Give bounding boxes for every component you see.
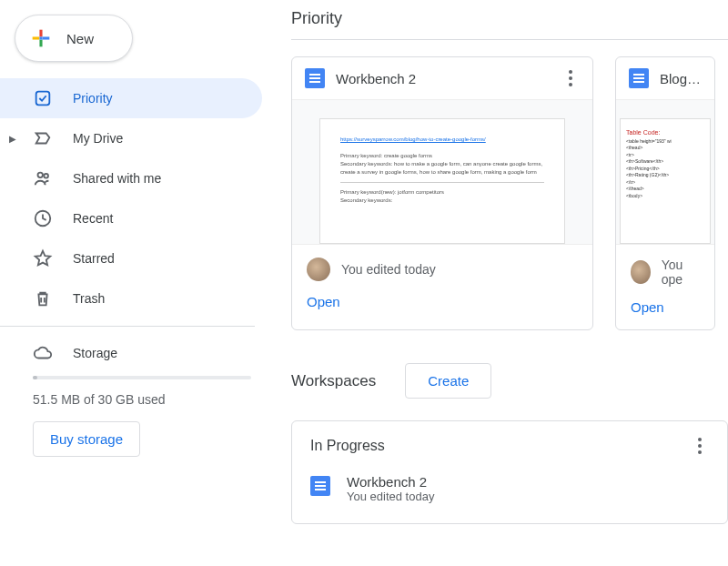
workspace-item-subtitle: You edited today <box>347 490 434 503</box>
avatar <box>631 260 651 284</box>
workspace-item[interactable]: Workbench 2 You edited today <box>310 470 709 507</box>
sidebar: New Priority ▶ My Drive Shared with me <box>0 0 273 566</box>
priority-icon <box>33 88 53 108</box>
svg-rect-4 <box>39 36 42 39</box>
workspaces-title: Workspaces <box>291 372 376 390</box>
storage-bar-fill <box>33 376 37 379</box>
card-title: Blog Op <box>660 71 702 86</box>
card-title: Workbench 2 <box>336 71 551 86</box>
card-header: Workbench 2 <box>292 57 592 99</box>
new-button[interactable]: New <box>15 15 133 62</box>
workspace-card[interactable]: In Progress Workbench 2 You edited today <box>291 420 728 524</box>
more-icon[interactable] <box>691 438 709 454</box>
docs-icon <box>310 476 330 496</box>
plus-icon <box>28 25 54 51</box>
avatar <box>307 258 330 281</box>
svg-rect-0 <box>39 30 42 37</box>
workspace-item-text: Workbench 2 You edited today <box>347 474 434 503</box>
trash-icon <box>33 288 53 308</box>
more-icon[interactable] <box>561 70 580 86</box>
card-status-text: You edited today <box>341 262 436 277</box>
svg-point-7 <box>44 174 48 178</box>
sidebar-nav: Priority ▶ My Drive Shared with me Recen… <box>0 78 273 318</box>
sidebar-item-starred[interactable]: Starred <box>0 238 262 278</box>
open-button[interactable]: Open <box>292 294 592 324</box>
workspace-card-header: In Progress <box>310 438 709 454</box>
sidebar-item-priority[interactable]: Priority <box>0 78 262 118</box>
card-header: Blog Op <box>616 57 714 99</box>
workspaces-header: Workspaces Create <box>291 363 728 399</box>
card-status-row: You edited today <box>292 245 592 294</box>
sidebar-item-label: My Drive <box>73 131 123 146</box>
storage-label: Storage <box>73 346 117 360</box>
new-button-label: New <box>66 31 94 46</box>
svg-rect-3 <box>33 36 40 39</box>
clock-icon <box>33 208 53 228</box>
sidebar-item-label: Trash <box>73 291 105 306</box>
sidebar-item-my-drive[interactable]: ▶ My Drive <box>0 118 262 158</box>
sidebar-item-label: Starred <box>73 251 115 266</box>
star-icon <box>33 248 53 268</box>
sidebar-item-shared[interactable]: Shared with me <box>0 158 262 198</box>
page-title: Priority <box>291 0 728 39</box>
workspace-item-title: Workbench 2 <box>347 474 434 490</box>
priority-card[interactable]: Workbench 2 https://surveysparrow.com/bl… <box>291 56 593 330</box>
docs-icon <box>629 68 649 88</box>
sidebar-item-label: Priority <box>73 91 113 106</box>
svg-point-6 <box>38 173 44 178</box>
svg-rect-1 <box>43 36 50 39</box>
sidebar-item-label: Recent <box>73 211 113 226</box>
divider <box>0 326 255 327</box>
cloud-icon <box>33 343 53 363</box>
open-button[interactable]: Open <box>616 299 714 329</box>
priority-card[interactable]: Blog Op Table Code: <table height="193" … <box>615 56 715 330</box>
sidebar-item-storage[interactable]: Storage <box>0 336 273 370</box>
chevron-right-icon[interactable]: ▶ <box>9 134 16 144</box>
sidebar-item-recent[interactable]: Recent <box>0 198 262 238</box>
card-preview: Table Code: <table height="193" wi <thea… <box>616 99 714 245</box>
doc-preview-paper: Table Code: <table height="193" wi <thea… <box>620 118 711 244</box>
main-content: Priority Workbench 2 https://surveysparr… <box>273 0 728 566</box>
storage-used-text: 51.5 MB of 30 GB used <box>33 392 273 407</box>
doc-preview-paper: https://surveysparrow.com/blog/how-to-cr… <box>319 118 565 244</box>
svg-rect-2 <box>39 40 42 47</box>
divider <box>291 39 728 40</box>
create-workspace-button[interactable]: Create <box>405 363 491 399</box>
storage-bar <box>33 376 251 379</box>
buy-storage-button[interactable]: Buy storage <box>33 421 140 457</box>
sidebar-item-trash[interactable]: Trash <box>0 278 262 318</box>
card-status-row: You ope <box>616 245 714 299</box>
sidebar-item-label: Shared with me <box>73 171 161 186</box>
card-preview: https://surveysparrow.com/blog/how-to-cr… <box>292 99 592 245</box>
priority-cards-row: Workbench 2 https://surveysparrow.com/bl… <box>291 56 728 330</box>
workspace-title: In Progress <box>310 438 385 454</box>
people-icon <box>33 168 53 188</box>
docs-icon <box>305 68 325 88</box>
card-status-text: You ope <box>662 258 700 287</box>
drive-icon <box>33 128 53 148</box>
svg-rect-5 <box>36 92 50 106</box>
